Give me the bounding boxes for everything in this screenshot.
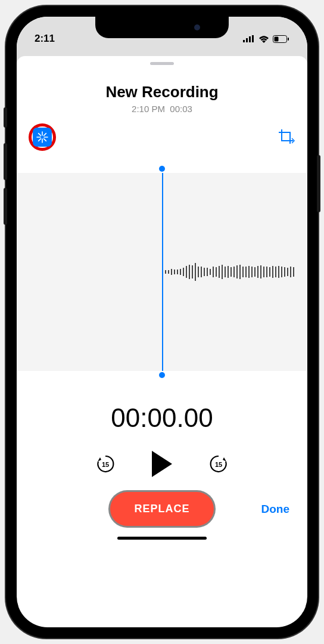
svg-line-14: [39, 139, 41, 141]
playhead-dot-top[interactable]: [159, 166, 165, 172]
mute-switch: [4, 107, 7, 128]
waveform-rail-bottom: [17, 371, 307, 379]
edit-toolbar: [17, 114, 307, 150]
waveform-body[interactable]: [17, 173, 307, 371]
screen: 2:11 New Recording 2:10 PM 00:03: [17, 17, 307, 627]
replace-button[interactable]: REPLACE: [110, 492, 213, 526]
waveform: [162, 224, 294, 320]
playhead[interactable]: [162, 173, 163, 371]
sheet-backdrop: New Recording 2:10 PM 00:03: [17, 50, 307, 546]
timer-display: 00:00.00: [17, 403, 307, 433]
svg-rect-3: [252, 35, 254, 42]
svg-rect-1: [246, 38, 248, 42]
status-time: 2:11: [35, 33, 55, 45]
playback-controls: 15 15: [17, 451, 307, 477]
playhead-dot-bottom[interactable]: [159, 372, 165, 378]
skip-back-button[interactable]: 15: [95, 453, 116, 475]
bottom-bar: REPLACE Done: [17, 477, 307, 537]
svg-text:15: 15: [215, 461, 222, 468]
cellular-icon: [243, 35, 255, 42]
skip-forward-15-icon: 15: [208, 453, 229, 475]
svg-text:15: 15: [102, 461, 109, 468]
svg-rect-0: [243, 40, 245, 42]
waveform-area[interactable]: [17, 165, 307, 379]
recording-subtitle: 2:10 PM 00:03: [17, 104, 307, 114]
sheet-grabber[interactable]: [150, 62, 174, 65]
editor-sheet: New Recording 2:10 PM 00:03: [17, 56, 307, 546]
notch: [95, 17, 229, 38]
recording-time: 2:10 PM: [132, 104, 165, 114]
svg-rect-2: [249, 36, 251, 42]
waveform-rail-top: [17, 165, 307, 173]
status-indicators: [243, 35, 289, 43]
wifi-icon: [258, 35, 269, 43]
recording-title: New Recording: [17, 83, 307, 101]
crop-icon: [278, 128, 295, 146]
enhance-button[interactable]: [33, 128, 52, 147]
battery-icon: [273, 35, 289, 43]
skip-forward-button[interactable]: 15: [208, 453, 229, 475]
svg-rect-5: [275, 36, 279, 41]
play-button[interactable]: [152, 451, 172, 477]
volume-up: [4, 143, 7, 180]
svg-line-11: [39, 134, 41, 136]
svg-line-12: [44, 139, 46, 141]
power-button: [317, 155, 320, 212]
recording-duration: 00:03: [170, 104, 192, 114]
svg-line-13: [44, 134, 46, 136]
svg-rect-6: [288, 38, 289, 41]
phone-frame: 2:11 New Recording 2:10 PM 00:03: [6, 6, 318, 638]
highlight-circle: [29, 123, 56, 151]
magic-wand-icon: [36, 131, 48, 143]
done-button[interactable]: Done: [261, 503, 290, 516]
trim-button[interactable]: [278, 128, 295, 146]
skip-back-15-icon: 15: [95, 453, 116, 475]
home-indicator[interactable]: [117, 537, 207, 540]
volume-down: [4, 188, 7, 225]
